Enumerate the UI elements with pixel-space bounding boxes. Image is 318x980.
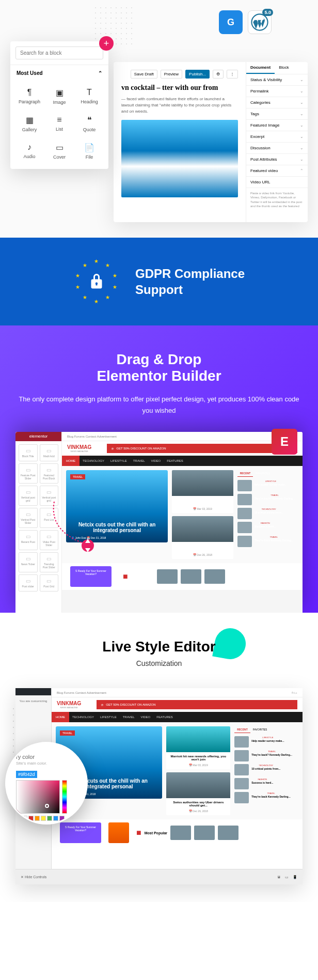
customizer-preview[interactable]: Blog Forums Contact Advertisementf t ⌕ V… — [52, 688, 303, 869]
block-list[interactable]: ≡List — [45, 111, 73, 136]
block-image[interactable]: ▣Image — [45, 84, 73, 109]
elementor-logo: E — [272, 429, 297, 455]
promo-card[interactable]: S Ready For Your Summer Vacation? — [70, 566, 112, 587]
lock-icon — [87, 272, 106, 291]
mini-post[interactable]: TRAVELThey're back Kennedy Darling... — [237, 536, 298, 547]
row-status[interactable]: Status & Visibility⌄ — [246, 74, 308, 86]
block-heading[interactable]: THeading — [75, 84, 103, 109]
widget-item[interactable]: ▭Video Post Slider — [40, 530, 59, 550]
wordpress-icon — [251, 13, 268, 31]
widget-item[interactable]: ▭Trending Post Slider — [40, 552, 59, 572]
live-editor-section: Live Style Editor Customization You are … — [0, 613, 318, 902]
row-tags[interactable]: Tags⌄ — [246, 108, 308, 120]
swatch[interactable] — [28, 816, 34, 821]
hide-controls-button[interactable]: ✕ Hide Controls — [21, 875, 46, 879]
row-categories[interactable]: Categories⌄ — [246, 97, 308, 108]
widget-item[interactable]: ▭Vertical post grid — [40, 486, 59, 506]
block-gallery[interactable]: ▦Gallery — [15, 111, 43, 136]
elementor-panel-header: elementor — [15, 432, 61, 441]
row-featured-video[interactable]: Featured video⌃ — [246, 165, 308, 177]
publish-button[interactable]: Publish... — [185, 70, 210, 79]
header-banner[interactable]: ℗ GET 50% DISCOUNT ON AMAZON — [107, 444, 297, 453]
device-tablet-icon[interactable]: ▭ — [285, 875, 289, 879]
nav-item[interactable]: LIFESTYLE — [107, 459, 130, 462]
gutenberg-badge: G — [219, 10, 243, 34]
block-cover[interactable]: ▭Cover — [45, 138, 73, 164]
elementor-canvas[interactable]: Blog Forums Contact Advertisementf t ⌕ V… — [62, 432, 303, 613]
swatch[interactable] — [35, 816, 40, 821]
widget-item[interactable]: ▭Madii Add — [40, 444, 59, 461]
device-desktop-icon[interactable]: 🖥 — [277, 875, 281, 879]
tab-favorites[interactable]: FAVORITES — [253, 470, 273, 477]
save-draft-button[interactable]: Save Draft — [131, 70, 157, 79]
tab-block[interactable]: Block — [275, 62, 293, 74]
color-hue-slider[interactable] — [62, 780, 67, 814]
block-paragraph[interactable]: ¶Paragraph — [15, 84, 43, 109]
post-card[interactable]: Marriott hit new rewards offering, you w… — [172, 470, 233, 513]
editor-window: Save Draft Preview Publish... ⚙ ⋮ vn coc… — [114, 62, 308, 222]
elementor-section: Drag & Drop Elementor Builder The only c… — [0, 325, 318, 613]
widget-item[interactable]: ▭Post Grid — [40, 574, 59, 592]
block-audio[interactable]: ♪Audio — [15, 138, 43, 164]
site-nav: HOME TECHNOLOGY LIFESTYLE TRAVEL VIDEO F… — [62, 456, 303, 466]
widget-item[interactable]: ▭Post slider — [19, 574, 38, 592]
widget-item[interactable]: ▭Block Title — [19, 444, 38, 461]
widget-item[interactable]: ▭Post List — [40, 508, 59, 528]
nav-item[interactable]: TRAVEL — [130, 459, 148, 462]
widget-item[interactable]: ▭Featured Post Block — [40, 463, 59, 484]
device-mobile-icon[interactable]: 📱 — [293, 875, 297, 879]
elementor-subtitle: The only complete design platform to off… — [15, 394, 303, 416]
widget-item[interactable]: ▭Recent Post — [19, 530, 38, 550]
tab-document[interactable]: Document — [246, 62, 275, 74]
row-post-attr[interactable]: Post Attributes⌄ — [246, 154, 308, 165]
block-quote[interactable]: ❝Quote — [75, 111, 103, 136]
post-featured-image[interactable] — [121, 120, 238, 197]
live-editor-heading: Live Style Editor — [0, 639, 318, 655]
post-title[interactable]: vn cocktail – tter with our from — [121, 84, 238, 92]
widget-item[interactable]: ▭Vertical Post Slider — [19, 508, 38, 528]
block-search-wrap — [10, 41, 108, 65]
nav-item[interactable]: FEATURES — [164, 459, 186, 462]
site-logo: VINKMAG — [67, 444, 91, 450]
preview-button[interactable]: Preview — [161, 70, 182, 79]
add-block-button[interactable]: + — [99, 36, 114, 51]
color-field-note: Site's main color. — [16, 761, 77, 766]
swatch[interactable] — [47, 816, 52, 821]
platform-badges: G 5.0 — [219, 10, 272, 34]
wordpress-badge: 5.0 — [248, 10, 272, 34]
chevron-up-icon: ⌃ — [98, 70, 102, 76]
block-grid: ¶Paragraph ▣Image THeading ▦Gallery ≡Lis… — [10, 81, 108, 169]
editor-toolbar: Save Draft Preview Publish... ⚙ ⋮ — [121, 70, 238, 79]
block-inserter-panel: + Most Used ⌃ ¶Paragraph ▣Image THeading… — [10, 41, 108, 169]
post-body[interactable]: — faced with continued failure their eff… — [121, 96, 238, 115]
mini-post[interactable]: FASHIONSuccess is hard... — [237, 522, 298, 533]
row-permalink[interactable]: Permalink⌄ — [246, 86, 308, 97]
mini-post[interactable]: TRAVELThey're back? Kennedy Darling... — [237, 494, 298, 505]
post-card[interactable]: Swiss authorities say Uber drivers shoul… — [172, 516, 233, 559]
swatch[interactable] — [59, 816, 65, 821]
block-section-header[interactable]: Most Used ⌃ — [10, 65, 108, 81]
nav-item[interactable]: TECHNOLOGY — [80, 459, 107, 462]
mini-post[interactable]: TECHNOLOGY10 critical points from... — [237, 508, 298, 519]
widget-item[interactable]: ▭Feature Post Slider — [19, 463, 38, 484]
color-field-label: ry color — [16, 754, 77, 760]
color-hex-input[interactable]: #9f042d — [16, 771, 37, 778]
block-search-input[interactable] — [15, 46, 103, 59]
nav-item[interactable]: VIDEO — [148, 459, 164, 462]
tab-recent[interactable]: RECENT — [237, 470, 253, 477]
widget-item[interactable]: ▭News Ticker — [19, 552, 38, 572]
editor-sidebar: Document Block Status & Visibility⌄ Perm… — [246, 62, 308, 222]
row-discussion[interactable]: Discussion⌄ — [246, 143, 308, 154]
mini-post[interactable]: LIFESTYLEHelp reader survey make... — [237, 480, 298, 491]
swatch[interactable] — [41, 816, 46, 821]
color-saturation-area[interactable] — [16, 780, 60, 814]
swatch[interactable] — [53, 816, 58, 821]
row-featured-image[interactable]: Featured Image⌄ — [246, 120, 308, 131]
widget-item[interactable]: ▭Vertical post grid — [19, 486, 38, 506]
nav-home[interactable]: HOME — [62, 456, 80, 466]
hero-post[interactable]: TRAVEL Netcix cuts out the chill with an… — [66, 470, 168, 542]
settings-icon[interactable]: ⚙ — [213, 70, 224, 79]
block-file[interactable]: 📄File — [75, 138, 103, 164]
more-icon[interactable]: ⋮ — [227, 70, 238, 79]
row-excerpt[interactable]: Excerpt⌄ — [246, 131, 308, 143]
